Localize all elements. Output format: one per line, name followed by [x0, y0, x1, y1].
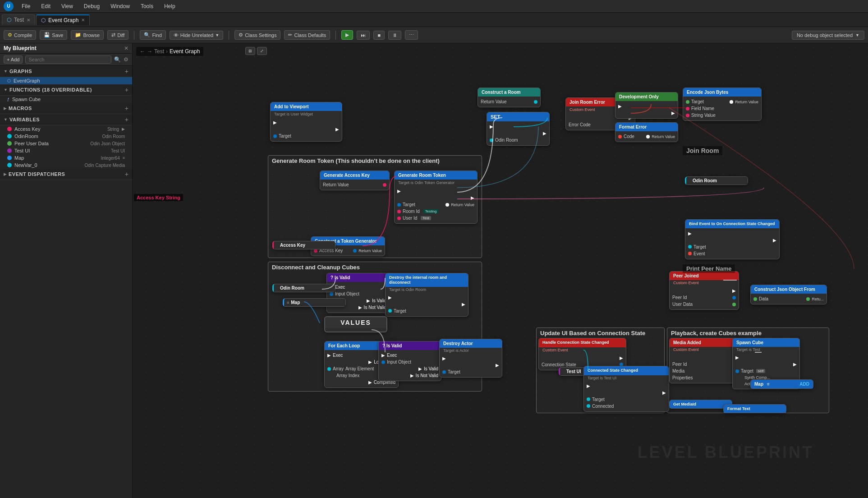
eventgraph-item[interactable]: ⬡ EventGraph — [0, 77, 132, 84]
node-destroy-internal-room[interactable]: Destroy the internal room and disconnect… — [385, 273, 468, 317]
node-connected-state-changed[interactable]: Connected State Changed Target is Test U… — [583, 366, 669, 412]
toolbar-sep-2 — [229, 31, 229, 40]
spawn-cube-function[interactable]: ƒ Spawn Cube — [0, 96, 132, 103]
node-map-var[interactable]: ≡ Map — [283, 298, 346, 307]
pause-button[interactable]: ⏸ — [388, 31, 401, 40]
browse-button[interactable]: 📁 Browse — [71, 30, 104, 40]
node-get-media-id[interactable]: Get MediaId — [669, 400, 732, 409]
var-peer-user-data[interactable]: Peer User Data Odin Json Object — [0, 140, 132, 147]
peer-user-data-name: Peer User Data — [14, 141, 49, 146]
node-construct-json[interactable]: Construct Json Object From Data Retu... — [750, 285, 827, 304]
tab-test-close[interactable]: ✕ — [27, 18, 30, 23]
node-generate-room-token[interactable]: Generate Room Token Target is Odin Token… — [394, 171, 478, 224]
var-odin-room[interactable]: OdinRoom Odin Room — [0, 133, 132, 140]
hide-unrelated-chevron: ▼ — [215, 33, 219, 37]
menu-tools[interactable]: Tools — [138, 2, 156, 10]
breadcrumb-root[interactable]: Test — [154, 48, 164, 55]
settings-icon[interactable]: ⚙ — [124, 56, 129, 63]
node-set[interactable]: SET ▶ ▶ Odin Room — [487, 112, 550, 146]
graph-area[interactable]: ← → Test › Event Graph ⊞ ⤢ — [133, 43, 868, 498]
node-add-to-viewport[interactable]: Add to Viewport Target is User Widget ▶ … — [270, 102, 342, 142]
menu-file[interactable]: File — [19, 2, 33, 10]
graph-expand-btn[interactable]: ⤢ — [257, 47, 267, 55]
graphs-section[interactable]: ▼ GRAPHS + — [0, 66, 132, 77]
menu-debug[interactable]: Debug — [81, 2, 102, 10]
node-construct-room[interactable]: Construct a Room Return Value — [478, 88, 541, 107]
menu-help[interactable]: Help — [161, 2, 178, 10]
node-access-key-var[interactable]: Access Key — [272, 241, 335, 249]
node-bind-event-connection[interactable]: Bind Event to On Connection State Change… — [685, 219, 780, 259]
variables-section[interactable]: ▼ VARIABLES + — [0, 114, 132, 125]
node-encode-json-bytes[interactable]: Encode Json Bytes Target Return Value Fi… — [683, 88, 762, 121]
diff-button[interactable]: ⇄ Diff — [107, 30, 129, 40]
compile-button[interactable]: ⚙ Compile — [4, 30, 36, 40]
tab-test-label: Test — [14, 17, 24, 23]
node-odin-room-disconnect[interactable]: Odin Room — [272, 284, 335, 292]
var-test-ui[interactable]: Test UI Test UI — [0, 147, 132, 154]
node-is-valid-2[interactable]: ? Is Valid ▶ Exec Input Object Is Valid … — [378, 341, 441, 381]
macros-add[interactable]: + — [125, 105, 129, 112]
menu-window[interactable]: Window — [108, 2, 133, 10]
class-settings-button[interactable]: ⚙ Class Settings — [234, 30, 280, 40]
class-defaults-button[interactable]: ✏ Class Defaults — [284, 30, 330, 40]
save-button[interactable]: 💾 Save — [40, 30, 67, 40]
tab-graph-close[interactable]: ✕ — [81, 18, 85, 23]
find-button[interactable]: 🔍 Find — [140, 30, 165, 40]
destroy-actor-target: Target — [440, 369, 502, 375]
spawn-cube-exec-out: ▶ — [733, 361, 799, 368]
node-is-valid-1[interactable]: ? Is Valid ▶ Exec Input Object Is Valid … — [326, 273, 390, 313]
node-development-only[interactable]: Development Only ▶ ▶ — [615, 92, 678, 119]
is-valid-2-invalid: Is Not Valid ▶ — [379, 372, 441, 379]
tab-test[interactable]: ⬡ Test ✕ — [2, 14, 35, 25]
node-odin-room-ref[interactable]: Odin Room — [685, 176, 748, 185]
event-dispatchers-add[interactable]: + — [125, 171, 129, 178]
stop-button[interactable]: ■ — [373, 31, 385, 40]
node-media-added[interactable]: Media Added Custom Event ▶ Peer Id Media — [669, 338, 741, 383]
play-button[interactable]: ▶ — [341, 30, 353, 40]
variables-add[interactable]: + — [125, 116, 129, 123]
graphs-add[interactable]: + — [125, 68, 129, 75]
nav-forward[interactable]: → — [147, 48, 152, 55]
macros-section[interactable]: ▶ MACROS + — [0, 103, 132, 114]
nav-back[interactable]: ← — [140, 48, 145, 55]
search-input[interactable] — [25, 55, 111, 64]
gen-room-token-subtitle: Target is Odin Token Generator — [395, 180, 477, 186]
node-destroy-actor[interactable]: Destroy Actor Target is Actor ▶ ▶ Target — [439, 339, 502, 378]
dev-only-exec-out: ▶ — [615, 110, 678, 116]
newvar0-dot — [7, 163, 12, 167]
generate-access-key-title: Generate Access Key — [324, 173, 370, 178]
var-map[interactable]: Map Integer64 ≡ — [0, 154, 132, 161]
map-type: Integer64 — [101, 156, 119, 161]
set-title: SET — [491, 114, 500, 120]
node-values[interactable]: VALUES — [324, 316, 387, 332]
hide-unrelated-button[interactable]: 👁 Hide Unrelated ▼ — [170, 31, 223, 40]
tab-event-graph[interactable]: ⬡ Event Graph ✕ — [36, 14, 90, 25]
step-forward-button[interactable]: ⏭ — [357, 31, 370, 40]
menu-view[interactable]: View — [59, 2, 76, 10]
node-generate-access-key[interactable]: Generate Access Key Return Value — [320, 171, 390, 190]
functions-section[interactable]: ▼ FUNCTIONS (18 OVERRIDABLE) + — [0, 84, 132, 96]
menu-edit[interactable]: Edit — [38, 2, 53, 10]
add-variable-button[interactable]: + Add — [4, 55, 23, 64]
construct-json-title: Construct Json Object From — [754, 287, 815, 292]
spawn-cube-subtitle: Target is Test — [733, 347, 799, 352]
event-dispatchers-section[interactable]: ▶ EVENT DISPATCHERS + — [0, 169, 132, 180]
more-button[interactable]: ⋯ — [405, 30, 418, 40]
node-map-add[interactable]: Map ≡ ADD — [750, 379, 813, 389]
functions-add[interactable]: + — [125, 86, 129, 93]
var-newvar0[interactable]: NewVar_0 Odin Capture Media — [0, 161, 132, 169]
destroy-room-exec-in: ▶ — [386, 294, 468, 301]
left-panel-close[interactable]: ✕ — [124, 45, 129, 51]
get-media-id-title: Get MediaId — [673, 402, 696, 406]
peer-joined-title: Peer Joined — [673, 273, 699, 278]
node-peer-joined[interactable]: Peer Joined Custom Event ▶ Peer Id User … — [669, 271, 739, 310]
graph-canvas[interactable]: ← → Test › Event Graph ⊞ ⤢ — [133, 43, 868, 498]
graphs-title: GRAPHS — [9, 69, 125, 74]
node-format-error[interactable]: Format Error Code Return Value — [615, 122, 678, 142]
node-format-text[interactable]: Format Text — [723, 404, 786, 413]
debug-selector[interactable]: No debug object selected ▼ — [792, 31, 864, 40]
var-access-key[interactable]: Access Key String ▶ — [0, 125, 132, 133]
node-handle-connection-state[interactable]: Handle Connection State Changed Custom E… — [538, 338, 626, 370]
graph-nav-1[interactable]: ⊞ — [245, 47, 255, 55]
left-panel-search-area: + Add 🔍 ⚙ — [0, 54, 132, 66]
